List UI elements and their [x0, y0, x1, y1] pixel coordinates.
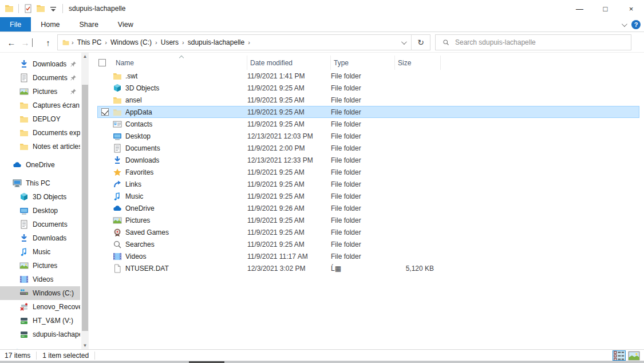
- sidebar-item-videos[interactable]: Videos: [0, 273, 80, 286]
- sidebar-item-windows-c-[interactable]: Windows (C:): [0, 286, 80, 300]
- folder-icon: [19, 115, 29, 124]
- sidebar-item-sdupuis-lachape[interactable]: sdupuis-lachape: [0, 328, 80, 341]
- breadcrumb-segment[interactable]: Windows (C:): [108, 38, 154, 46]
- column-header-size[interactable]: Size: [395, 56, 441, 70]
- file-row-downloads[interactable]: Downloads12/13/2021 12:33 PMFile folder: [97, 154, 639, 166]
- forward-button[interactable]: →: [18, 38, 32, 48]
- date-modified: 11/9/2021 9:25 AM: [247, 240, 331, 248]
- sidebar-item-pictures[interactable]: Pictures: [0, 259, 80, 273]
- breadcrumb-segment[interactable]: Users: [159, 38, 181, 46]
- sidebar-item-notes-et-articles[interactable]: Notes et articles: [0, 140, 80, 153]
- ribbon-tab-bar: FileHomeShareView ?: [0, 17, 644, 32]
- sidebar-item-ht-v-m-v-[interactable]: HT_V&M (V:): [0, 314, 80, 328]
- file-name: Desktop: [125, 132, 151, 140]
- file-name: Saved Games: [125, 228, 169, 236]
- up-button[interactable]: ↑: [41, 38, 55, 48]
- large-icons-view-button[interactable]: [627, 350, 641, 361]
- tab-share[interactable]: Share: [70, 17, 108, 31]
- sidebar-item-captures-cran[interactable]: Captures écran: [0, 98, 80, 112]
- scroll-up-icon[interactable]: ▲: [81, 53, 89, 60]
- explorer-folder-icon[interactable]: [5, 4, 14, 13]
- breadcrumb-segment[interactable]: sdupuis-lachapelle: [185, 38, 247, 46]
- breadcrumb-segment[interactable]: This PC: [75, 38, 104, 46]
- sidebar-item-documents[interactable]: Documents: [0, 71, 80, 85]
- file-row-videos[interactable]: Videos11/9/2021 11:17 AMFile folder: [97, 250, 639, 262]
- file-row-desktop[interactable]: Desktop12/13/2021 12:03 PMFile folder: [97, 130, 639, 142]
- file-row-contacts[interactable]: Contacts11/9/2021 9:25 AMFile folder: [97, 118, 639, 130]
- refresh-icon[interactable]: ↻: [412, 35, 430, 50]
- sidebar-item-desktop[interactable]: Desktop: [0, 204, 80, 218]
- file-row-3d-objects[interactable]: 3D Objects11/9/2021 9:25 AMFile folder: [97, 82, 639, 94]
- sidebar-item-documents[interactable]: Documents: [0, 218, 80, 231]
- document-icon: [113, 144, 122, 153]
- file-row-links[interactable]: Links11/9/2021 9:25 AMFile folder: [97, 178, 639, 190]
- disk-green-icon: [19, 330, 29, 339]
- address-dropdown-icon[interactable]: [395, 35, 411, 50]
- file-type: File folder: [331, 180, 395, 188]
- sidebar-item-3d-objects[interactable]: 3D Objects: [0, 190, 80, 204]
- properties-icon[interactable]: [23, 4, 33, 13]
- file-row-appdata[interactable]: AppData11/9/2021 9:25 AMFile folder: [97, 106, 639, 118]
- ribbon-collapse-icon[interactable]: [622, 21, 627, 27]
- file-row-ntuser-dat[interactable]: NTUSER.DAT12/3/2021 3:02 PMĹ▦5,120 KB: [97, 262, 639, 274]
- date-modified: 12/13/2021 12:33 PM: [247, 156, 331, 164]
- file-row-music[interactable]: Music11/9/2021 9:25 AMFile folder: [97, 190, 639, 202]
- desktop-icon: [113, 132, 122, 141]
- document-icon: [19, 73, 29, 82]
- file-row-documents[interactable]: Documents11/9/2021 2:00 PMFile folder: [97, 142, 639, 154]
- file-type: File folder: [331, 120, 395, 128]
- file-type: File folder: [331, 72, 395, 80]
- breadcrumb-separator: ›: [104, 39, 108, 46]
- sidebar-item-pictures[interactable]: Pictures: [0, 85, 80, 98]
- status-bar: 17 items 1 item selected: [0, 349, 644, 361]
- sidebar-scrollbar[interactable]: ▲ ▼: [81, 53, 89, 349]
- star-icon: [113, 168, 122, 177]
- new-folder-icon[interactable]: [36, 4, 45, 13]
- file-type: File folder: [331, 156, 395, 164]
- tab-view[interactable]: View: [108, 17, 143, 31]
- picture-icon: [113, 216, 122, 225]
- sidebar-item-label: Notes et articles: [33, 143, 80, 151]
- navigation-pane: DownloadsDocumentsPicturesCaptures écran…: [0, 53, 89, 349]
- sidebar-item-music[interactable]: Music: [0, 245, 80, 259]
- file-row-pictures[interactable]: Pictures11/9/2021 9:25 AMFile folder: [97, 214, 639, 226]
- address-bar[interactable]: ›This PC›Windows (C:)›Users›sdupuis-lach…: [57, 34, 430, 50]
- tab-file[interactable]: File: [0, 17, 31, 31]
- customize-qat-icon[interactable]: [49, 4, 58, 13]
- maximize-button[interactable]: □: [592, 0, 618, 17]
- file-row-saved-games[interactable]: Saved Games11/9/2021 9:25 AMFile folder: [97, 226, 639, 238]
- column-header-date-modified[interactable]: Date modified: [247, 56, 331, 70]
- sidebar-item-documents-expl[interactable]: Documents expl: [0, 126, 80, 140]
- sidebar-item-lenovo-recover[interactable]: Lenovo_Recover: [0, 300, 80, 314]
- column-header-name[interactable]: Name: [113, 56, 247, 70]
- select-all-checkbox[interactable]: [98, 59, 106, 66]
- search-input[interactable]: Search sdupuis-lachapelle: [435, 34, 631, 50]
- minimize-button[interactable]: —: [567, 0, 592, 17]
- back-button[interactable]: ←: [5, 38, 18, 48]
- close-button[interactable]: ×: [618, 0, 644, 17]
- sidebar-item-onedrive[interactable]: OneDrive: [0, 158, 80, 172]
- file-name: Searches: [125, 240, 155, 248]
- sort-ascending-icon: [179, 56, 184, 60]
- sidebar-item-this-pc[interactable]: This PC: [0, 176, 80, 190]
- file-size: 5,120 KB: [395, 265, 441, 273]
- scrollbar-thumb[interactable]: [82, 85, 88, 331]
- sidebar-item-downloads[interactable]: Downloads: [0, 57, 80, 71]
- tab-home[interactable]: Home: [31, 17, 69, 31]
- file-row-searches[interactable]: Searches11/9/2021 9:25 AMFile folder: [97, 238, 639, 250]
- help-icon[interactable]: ?: [631, 20, 641, 29]
- file-row-favorites[interactable]: Favorites11/9/2021 9:25 AMFile folder: [97, 166, 639, 178]
- file-row--swt[interactable]: .swt11/9/2021 1:41 PMFile folder: [97, 70, 639, 82]
- file-row-onedrive[interactable]: OneDrive11/9/2021 9:26 AMFile folder: [97, 202, 639, 214]
- recent-locations-icon[interactable]: [32, 38, 41, 46]
- details-view-button[interactable]: [613, 350, 626, 361]
- sidebar-item-label: Pictures: [33, 262, 57, 270]
- sidebar-item-label: Windows (C:): [33, 289, 74, 297]
- date-modified: 11/9/2021 9:26 AM: [247, 204, 331, 212]
- scroll-down-icon[interactable]: ▼: [81, 342, 89, 349]
- file-row-ansel[interactable]: ansel11/9/2021 9:25 AMFile folder: [97, 94, 639, 106]
- row-checkbox[interactable]: [101, 108, 109, 116]
- column-header-type[interactable]: Type: [331, 56, 395, 70]
- sidebar-item-deploy[interactable]: DEPLOY: [0, 112, 80, 126]
- sidebar-item-downloads[interactable]: Downloads: [0, 231, 80, 245]
